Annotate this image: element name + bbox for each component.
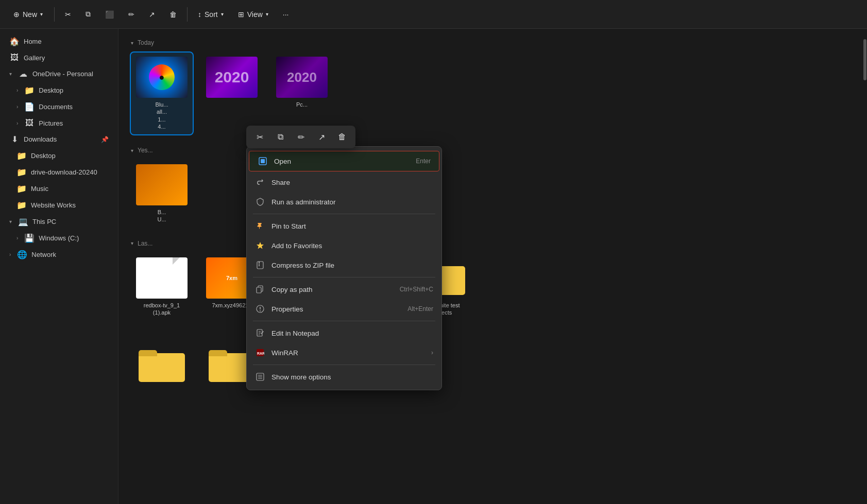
folder-icon: 📁 [16, 200, 27, 210]
new-button[interactable]: ⊕ New ▾ [6, 7, 50, 22]
sidebar-item-desktop[interactable]: 📁 Desktop [2, 148, 116, 164]
sidebar-item-this-pc[interactable]: ▾ 💻 This PC [2, 214, 116, 230]
chevron-icon: › [16, 88, 18, 93]
context-item-label: Compress to ZIP file [271, 262, 334, 269]
context-item-label: Pin to Start [271, 222, 306, 230]
context-menu-item-runas[interactable]: Run as administrator [247, 192, 441, 212]
separator [54, 7, 55, 22]
sidebar-item-label: Documents [39, 103, 73, 111]
folder-icon: 📁 [24, 85, 35, 95]
sidebar-item-label: This PC [32, 218, 56, 225]
sidebar-item-label: Desktop [31, 152, 56, 160]
sidebar-item-drive-download[interactable]: 📁 drive-download-20240 [2, 164, 116, 180]
context-menu-item-notepad[interactable]: Edit in Notepad [247, 323, 441, 343]
svg-rect-8 [257, 287, 261, 293]
delete-icon: 🗑 [169, 10, 177, 19]
context-menu-item-more-options[interactable]: Show more options [247, 367, 441, 387]
separator2 [187, 7, 188, 22]
chevron-icon: ▾ [9, 219, 12, 224]
context-menu-item-copypath[interactable]: Copy as path Ctrl+Shift+C [247, 280, 441, 299]
share-icon: ↗ [318, 132, 325, 142]
separator4 [253, 364, 435, 365]
more-button[interactable]: ··· [277, 7, 295, 22]
sort-button[interactable]: ↕ Sort ▾ [192, 7, 230, 22]
this-pc-icon: 💻 [18, 217, 28, 227]
folder-icon: 📁 [16, 167, 27, 177]
view-chevron-icon: ▾ [266, 11, 268, 17]
context-mini-toolbar: ✂ ⧉ ✏ ↗ 🗑 [246, 126, 355, 148]
sidebar-item-label: Network [31, 251, 56, 258]
sidebar-item-label: Music [31, 185, 48, 193]
sidebar-item-desktop-sub[interactable]: › 📁 Desktop [2, 82, 116, 98]
share-icon: ↗ [149, 10, 155, 19]
paste-button[interactable]: ⬛ [99, 7, 120, 22]
cut-button[interactable]: ✂ [59, 7, 77, 22]
context-menu-item-open[interactable]: Open Enter [249, 151, 439, 171]
more-icon: ··· [283, 10, 289, 19]
delete-button[interactable]: 🗑 [163, 7, 183, 22]
rename-button[interactable]: ✏ [122, 7, 141, 22]
context-menu-item-properties[interactable]: Properties Alt+Enter [247, 299, 441, 319]
pictures-icon: 🖼 [24, 118, 35, 128]
mini-cut-button[interactable]: ✂ [251, 129, 268, 145]
chevron-icon: ▾ [9, 71, 12, 77]
context-item-shortcut: Alt+Enter [407, 305, 433, 312]
shield-icon [255, 197, 265, 207]
sidebar-item-gallery[interactable]: 🖼 Gallery [2, 50, 116, 65]
star-icon [255, 240, 265, 251]
context-menu-item-winrar[interactable]: RAR WinRAR › [247, 343, 441, 362]
delete-icon: 🗑 [338, 132, 346, 142]
sidebar-item-documents[interactable]: › 📄 Documents [2, 99, 116, 115]
svg-marker-2 [257, 242, 264, 249]
mini-share-button[interactable]: ↗ [313, 129, 330, 145]
copy-icon: ⧉ [86, 10, 91, 19]
sidebar-item-label: Home [24, 38, 42, 45]
mini-rename-button[interactable]: ✏ [293, 129, 309, 145]
downloads-icon: ⬇ [9, 134, 20, 144]
svg-rect-5 [259, 264, 260, 265]
new-label: New [23, 10, 37, 19]
sidebar-item-home[interactable]: 🏠 Home [2, 33, 116, 49]
context-item-label: Add to Favorites [271, 242, 322, 250]
rename-icon: ✏ [298, 132, 304, 142]
sidebar-item-music[interactable]: 📁 Music [2, 181, 116, 197]
paste-icon: ⬛ [105, 10, 114, 19]
folder-icon: 📁 [16, 151, 27, 161]
context-item-label: Open [274, 158, 291, 165]
sidebar-item-pictures[interactable]: › 🖼 Pictures [2, 115, 116, 131]
context-menu-item-zip[interactable]: Compress to ZIP file [247, 255, 441, 275]
sidebar-item-label: drive-download-20240 [31, 168, 97, 176]
winrar-icon: RAR [255, 347, 265, 358]
pin-icon [255, 221, 265, 231]
notepad-icon [255, 328, 265, 338]
folder-icon: 📁 [16, 184, 27, 194]
sidebar-item-website-works[interactable]: 📁 Website Works [2, 197, 116, 213]
mini-copy-button[interactable]: ⧉ [272, 129, 288, 145]
context-item-label: WinRAR [271, 349, 298, 357]
context-item-label: Edit in Notepad [271, 329, 319, 337]
context-menu-item-pin[interactable]: Pin to Start [247, 216, 441, 236]
more-options-icon [255, 372, 265, 382]
copy-icon: ⧉ [278, 132, 283, 142]
svg-text:RAR: RAR [257, 352, 264, 355]
context-menu-item-favorites[interactable]: Add to Favorites [247, 236, 441, 255]
cut-icon: ✂ [257, 132, 263, 142]
copy-button[interactable]: ⧉ [79, 7, 97, 22]
sidebar-item-onedrive[interactable]: ▾ ☁ OneDrive - Personal [2, 66, 116, 82]
context-menu-overlay: ✂ ⧉ ✏ ↗ 🗑 [118, 29, 867, 504]
share-button[interactable]: ↗ [143, 7, 161, 22]
sidebar-item-windows-c[interactable]: › 💾 Windows (C:) [2, 230, 116, 246]
svg-rect-3 [257, 262, 263, 269]
chevron-icon: › [16, 104, 18, 110]
sidebar-item-network[interactable]: › 🌐 Network [2, 247, 116, 263]
sort-label: Sort [205, 10, 218, 19]
mini-delete-button[interactable]: 🗑 [334, 129, 350, 145]
share-icon [255, 177, 265, 187]
view-label: View [247, 10, 263, 19]
view-button[interactable]: ⊞ View ▾ [232, 7, 275, 22]
sidebar-item-downloads[interactable]: ⬇ Downloads 📌 [2, 131, 116, 147]
main-area: 🏠 Home 🖼 Gallery ▾ ☁ OneDrive - Personal… [0, 29, 867, 504]
open-icon [258, 156, 268, 166]
rename-icon: ✏ [128, 10, 134, 19]
context-menu-item-share[interactable]: Share [247, 172, 441, 192]
